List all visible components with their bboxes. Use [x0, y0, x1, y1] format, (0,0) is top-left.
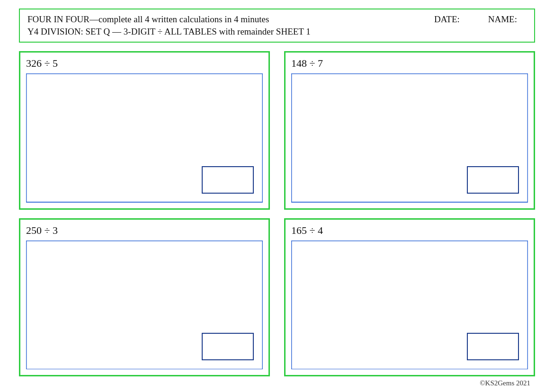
problem-card-1: 326 ÷ 5	[19, 51, 270, 210]
copyright: ©KS2Gems 2021	[19, 379, 535, 387]
grid-area-3	[26, 241, 263, 370]
problem-card-2: 148 ÷ 7	[284, 51, 535, 210]
grid-area-4	[291, 241, 528, 370]
name-label: NAME:	[488, 14, 517, 25]
problem-label-3: 250 ÷ 3	[26, 224, 263, 237]
answer-box-2[interactable]	[467, 166, 519, 194]
problem-label-1: 326 ÷ 5	[26, 57, 263, 70]
problems-grid: 326 ÷ 5148 ÷ 7250 ÷ 3165 ÷ 4	[19, 51, 535, 376]
header-title: FOUR IN FOUR—complete all 4 written calc…	[27, 14, 434, 25]
answer-box-4[interactable]	[467, 333, 519, 360]
answer-box-3[interactable]	[202, 333, 254, 360]
problem-label-4: 165 ÷ 4	[291, 224, 528, 237]
problem-card-3: 250 ÷ 3	[19, 218, 270, 377]
problem-label-2: 148 ÷ 7	[291, 57, 528, 70]
header-box: FOUR IN FOUR—complete all 4 written calc…	[19, 9, 535, 43]
header-line2: Y4 DIVISION: SET Q — 3-DIGIT ÷ ALL TABLE…	[27, 27, 527, 37]
grid-area-2	[291, 73, 528, 203]
grid-area-1	[26, 73, 263, 203]
date-label: DATE:	[434, 14, 460, 25]
answer-box-1[interactable]	[202, 166, 254, 194]
problem-card-4: 165 ÷ 4	[284, 218, 535, 377]
header-line1: FOUR IN FOUR—complete all 4 written calc…	[27, 14, 527, 25]
